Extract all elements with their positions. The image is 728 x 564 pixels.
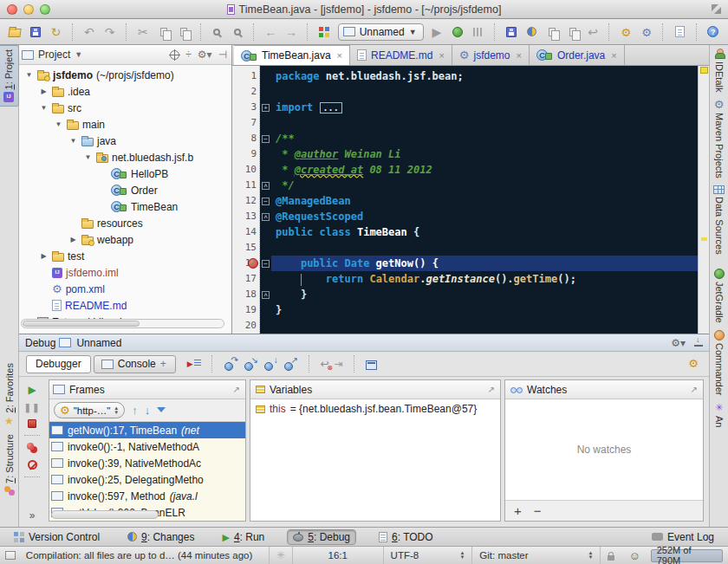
save-layout-button[interactable]: [501, 22, 521, 42]
tree-item-order[interactable]: Order: [19, 182, 231, 198]
chevron-right-icon[interactable]: ▶: [39, 252, 49, 260]
run-button[interactable]: ▶: [427, 22, 447, 42]
locate-icon[interactable]: [170, 50, 179, 60]
code-line-3[interactable]: import ...: [276, 100, 698, 115]
resize-icon[interactable]: [712, 4, 721, 14]
forward-button[interactable]: →: [282, 22, 302, 42]
cut-button[interactable]: ✂: [133, 22, 153, 42]
debug-gear-menu-icon[interactable]: ⚙▾: [671, 337, 686, 349]
tree-item-resources[interactable]: resources: [19, 215, 231, 231]
editor-gutter[interactable]: 1237891011121314151617181920: [232, 66, 260, 334]
commit-button[interactable]: [543, 22, 562, 42]
frames-pin-icon[interactable]: [233, 385, 240, 394]
stripe-button-maven-projects[interactable]: Maven Projects: [714, 95, 725, 182]
code-editor[interactable]: 1237891011121314151617181920 +−˄−˄−˄ pac…: [232, 66, 709, 334]
view-breakpoints-icon[interactable]: [27, 443, 34, 450]
code-line-7[interactable]: [276, 115, 698, 131]
tree-item-jsfdemo[interactable]: ▼jsfdemo (~/projs/jsfdemo): [19, 67, 231, 83]
close-window-button[interactable]: [7, 4, 17, 15]
toolwindow-button-run[interactable]: 4: Run: [217, 530, 270, 544]
fold-gutter[interactable]: +−˄−˄−˄: [260, 66, 271, 334]
stripe-button-data-sources[interactable]: Data Sources: [713, 182, 725, 258]
profile-button[interactable]: [468, 22, 488, 42]
code-body[interactable]: package net.bluedash.jsf.bean;import ...…: [271, 66, 698, 334]
project-structure-button[interactable]: [637, 22, 657, 42]
hide-panel-icon[interactable]: ⊣: [218, 49, 227, 61]
pause-program-icon[interactable]: ❚❚: [24, 403, 41, 412]
toolwindow-button-version-control[interactable]: Version Control: [9, 530, 105, 544]
compare-button[interactable]: [562, 22, 582, 42]
tree-item-test[interactable]: ▶test: [19, 248, 231, 264]
run-configuration-select[interactable]: Unnamed ▼: [338, 23, 424, 41]
watches-pin-icon[interactable]: [691, 385, 698, 394]
paste-button[interactable]: [174, 22, 194, 42]
show-execution-point-icon[interactable]: [187, 358, 201, 370]
step-into-icon[interactable]: [244, 357, 258, 371]
settings-button[interactable]: [616, 22, 636, 42]
add-watch-button[interactable]: +: [514, 503, 522, 518]
save-all-button[interactable]: [26, 22, 46, 42]
code-line-10[interactable]: * @created_at 08 11 2012: [276, 162, 698, 178]
stack-frame-row[interactable]: invoke():39, NativeMethodAc: [49, 455, 245, 471]
fold-marker-icon[interactable]: ˄: [262, 213, 270, 221]
tree-item-jsfdemo-iml[interactable]: jsfdemo.iml: [19, 264, 231, 281]
tree-item-webapp[interactable]: ▶webapp: [19, 231, 231, 248]
stripe-button-an[interactable]: An: [714, 399, 725, 431]
find-button[interactable]: [207, 22, 227, 42]
minimize-window-button[interactable]: [23, 4, 34, 15]
chevron-down-icon[interactable]: ▼: [75, 50, 82, 59]
stop-icon[interactable]: [28, 419, 36, 428]
code-line-18[interactable]: }: [276, 287, 698, 302]
debug-header[interactable]: Debug Unnamed ⚙▾: [19, 334, 709, 352]
open-button[interactable]: [5, 22, 25, 42]
fold-marker-icon[interactable]: ˄: [262, 291, 270, 299]
caret-position[interactable]: 16:1: [292, 547, 383, 564]
frame-up-icon[interactable]: [132, 404, 138, 417]
help-button[interactable]: [703, 22, 723, 42]
fold-marker-icon[interactable]: −: [262, 198, 270, 205]
frames-hscrollbar[interactable]: [51, 510, 159, 519]
drop-frame-icon[interactable]: [321, 358, 329, 370]
tree-item-main[interactable]: ▼main: [19, 116, 231, 133]
remove-watch-button[interactable]: −: [534, 503, 542, 518]
redo-button[interactable]: ↷: [100, 22, 120, 42]
run-to-cursor-icon[interactable]: [335, 358, 343, 370]
close-icon[interactable]: ×: [611, 50, 616, 61]
code-line-17[interactable]: return Calendar.getInstance().getTime();: [276, 271, 698, 287]
code-line-19[interactable]: }: [276, 302, 698, 318]
fold-marker-icon[interactable]: +: [262, 104, 270, 112]
debug-tab-debugger[interactable]: Debugger: [26, 355, 91, 373]
editor-scrollbar[interactable]: [698, 66, 709, 334]
tree-item--idea[interactable]: ▶.idea: [19, 83, 231, 100]
toolwindow-button-todo[interactable]: 6: TODO: [374, 530, 439, 544]
toggle-toolwindows-icon[interactable]: [5, 551, 16, 560]
stack-frame-row[interactable]: invoke():597, Method (java.l: [49, 488, 245, 504]
fold-marker-icon[interactable]: ˄: [262, 182, 270, 190]
stripe-button-jetgradle[interactable]: JetGradle: [714, 265, 725, 327]
code-line-8[interactable]: /**: [276, 131, 698, 146]
copy-button[interactable]: [153, 22, 173, 42]
debug-button[interactable]: [447, 22, 467, 42]
chevron-right-icon[interactable]: ▶: [39, 88, 49, 95]
toolwindow-button-changes[interactable]: 9: Changes: [122, 530, 199, 544]
fold-marker-icon[interactable]: −: [262, 135, 270, 143]
code-line-13[interactable]: @RequestScoped: [276, 209, 698, 224]
undo-button[interactable]: ↶: [80, 22, 100, 42]
stripe-button-project[interactable]: 1: Project: [0, 45, 19, 107]
zoom-window-button[interactable]: [40, 4, 50, 15]
replace-button[interactable]: [228, 22, 248, 42]
memory-indicator[interactable]: 252M of 790M: [651, 549, 723, 562]
synchronize-button[interactable]: ↻: [46, 22, 66, 42]
editor-tab-readme-md[interactable]: README.md×: [350, 45, 452, 65]
revert-button[interactable]: ↩: [583, 22, 603, 42]
editor-tab-order-java[interactable]: Order.java×: [530, 45, 625, 65]
gear-menu-icon[interactable]: ⚙▾: [198, 49, 212, 61]
stack-frame-row[interactable]: invoke():25, DelegatingMetho: [49, 471, 245, 488]
chevron-down-icon[interactable]: ▼: [83, 153, 93, 161]
project-tree-hscrollbar[interactable]: [21, 319, 224, 328]
hector-inspector-icon[interactable]: [621, 547, 647, 564]
breakpoint-icon[interactable]: [248, 258, 258, 269]
export-button[interactable]: [670, 22, 690, 42]
chevron-down-icon[interactable]: ▼: [39, 104, 49, 112]
resume-program-icon[interactable]: [28, 384, 36, 396]
